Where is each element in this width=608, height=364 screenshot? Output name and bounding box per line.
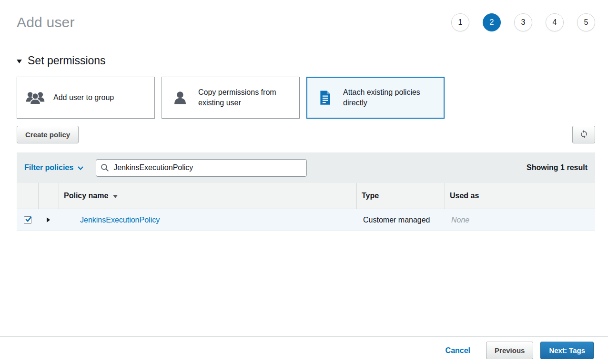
policy-document-icon <box>314 90 335 105</box>
select-all-column-header <box>17 183 38 209</box>
step-5[interactable]: 5 <box>577 13 595 31</box>
expand-caret-icon <box>47 216 50 224</box>
create-policy-button[interactable]: Create policy <box>17 126 79 143</box>
permission-option-card-copy-permissions[interactable]: Copy permissions from existing user <box>162 77 300 119</box>
chevron-down-icon <box>78 163 83 172</box>
refresh-button[interactable] <box>572 126 595 143</box>
search-icon <box>101 163 109 174</box>
expander-column-header <box>38 183 59 209</box>
section-title: Set permissions <box>28 54 106 67</box>
page-header: Add user 1 2 3 4 5 <box>17 11 595 31</box>
cancel-link[interactable]: Cancel <box>446 346 470 355</box>
results-count: Showing 1 result <box>527 163 588 172</box>
policy-search <box>96 159 307 177</box>
permission-option-card-attach-policies[interactable]: Attach existing policies directly <box>306 77 445 119</box>
permission-option-label: Copy permissions from existing user <box>198 87 292 108</box>
wizard-footer: Cancel Previous Next: Tags <box>0 336 608 364</box>
filter-bar: Filter policies Showing 1 result <box>17 152 595 183</box>
permission-options: Add user to group Copy permissions from … <box>17 77 595 119</box>
column-header-policy-name-label: Policy name <box>64 192 108 200</box>
add-user-page: Add user 1 2 3 4 5 Set permissions <box>0 0 608 364</box>
step-4[interactable]: 4 <box>546 13 564 31</box>
table-row: JenkinsExecutionPolicy Customer managed … <box>17 209 595 231</box>
policy-name-link[interactable]: JenkinsExecutionPolicy <box>59 216 160 224</box>
policy-type-cell: Customer managed <box>356 216 445 224</box>
row-checkbox[interactable] <box>24 216 31 224</box>
step-2[interactable]: 2 <box>483 13 501 31</box>
policies-table: Policy name Type Used as <box>17 183 595 231</box>
column-header-type[interactable]: Type <box>356 183 445 209</box>
permission-option-label: Attach existing policies directly <box>343 87 436 108</box>
policy-used-as-cell: None <box>445 216 595 224</box>
filter-policies-label: Filter policies <box>24 163 73 172</box>
step-1[interactable]: 1 <box>451 13 469 31</box>
step-3[interactable]: 3 <box>514 13 532 31</box>
collapse-caret-icon <box>17 57 22 65</box>
check-icon <box>25 215 32 223</box>
column-header-used-as[interactable]: Used as <box>445 183 595 209</box>
permission-option-label: Add user to group <box>53 92 114 103</box>
next-tags-button[interactable]: Next: Tags <box>540 342 594 359</box>
previous-button[interactable]: Previous <box>486 342 533 359</box>
column-header-policy-name[interactable]: Policy name <box>59 183 356 209</box>
step-indicator: 1 2 3 4 5 <box>451 13 595 31</box>
table-header: Policy name Type Used as <box>17 183 595 209</box>
page-title: Add user <box>17 11 75 30</box>
set-permissions-section-header[interactable]: Set permissions <box>17 54 595 67</box>
row-checkbox-cell <box>17 216 38 224</box>
refresh-icon <box>579 130 588 140</box>
row-expander[interactable] <box>38 209 59 231</box>
filter-policies-dropdown[interactable]: Filter policies <box>24 163 83 172</box>
toolbar: Create policy <box>17 126 595 143</box>
sort-descending-icon <box>113 192 118 200</box>
policy-search-input[interactable] <box>96 159 307 177</box>
main-content: Add user 1 2 3 4 5 Set permissions <box>0 0 608 336</box>
user-group-icon <box>25 91 46 105</box>
permission-option-card-add-user-to-group[interactable]: Add user to group <box>17 77 155 119</box>
user-icon <box>170 90 191 105</box>
